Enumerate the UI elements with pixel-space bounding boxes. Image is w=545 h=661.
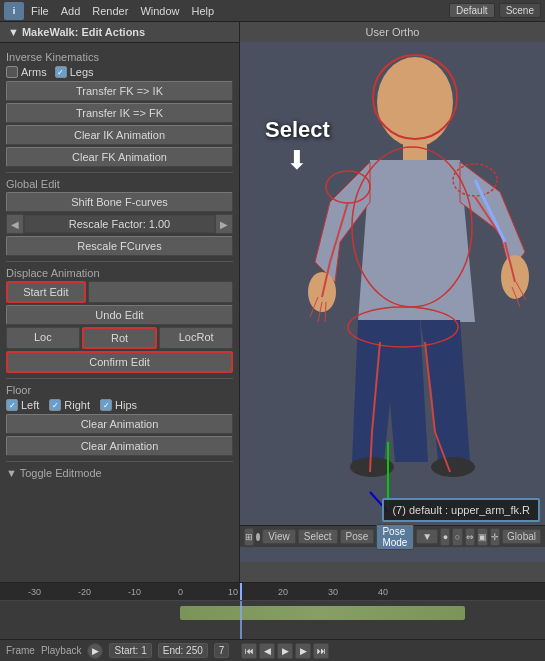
viewport-view-btn[interactable]: View <box>262 529 296 544</box>
displace-animation-label: Displace Animation <box>6 267 233 279</box>
viewport-toolbar: ⊞ View Select Pose Pose Mode ▼ ● ○ ⇔ ▣ ✛… <box>240 525 545 547</box>
timeline-tracks[interactable] <box>0 601 545 639</box>
prev-frame-btn[interactable]: ◀ <box>259 643 275 659</box>
viewport-manip-icon[interactable]: ✛ <box>490 528 500 546</box>
toggle-editmode-label: ▼ Toggle Editmode <box>6 467 233 479</box>
floor-label: Floor <box>6 384 233 396</box>
play-btn[interactable]: ▶ <box>277 643 293 659</box>
transfer-fk-ik-button[interactable]: Transfer FK => IK <box>6 81 233 101</box>
panel-title: ▼ MakeWalk: Edit Actions <box>8 26 145 38</box>
skip-end-btn[interactable]: ⏭ <box>313 643 329 659</box>
legs-label: Legs <box>70 66 94 78</box>
ruler-tick-40: 40 <box>378 587 388 597</box>
loc-rot-row: Loc Rot LocRot <box>6 327 233 349</box>
start-value[interactable]: Start: 1 <box>109 643 151 658</box>
skip-start-btn[interactable]: ⏮ <box>241 643 257 659</box>
viewport-icon[interactable]: ⊞ <box>244 528 254 546</box>
ruler-tick-10: 10 <box>228 587 238 597</box>
rescale-right-arrow[interactable]: ▶ <box>215 214 233 234</box>
select-instruction: Select ⬇ <box>265 117 330 176</box>
end-value[interactable]: End: 250 <box>158 643 208 658</box>
hips-checkbox[interactable] <box>100 399 112 411</box>
top-menubar: i File Add Render Window Help Default Sc… <box>0 0 545 22</box>
legs-checkbox[interactable] <box>55 66 67 78</box>
loc-button[interactable]: Loc <box>6 327 80 349</box>
right-checkbox-item: Right <box>49 399 90 411</box>
shift-bone-fcurves-button[interactable]: Shift Bone F-curves <box>6 192 233 212</box>
divider-4 <box>6 461 233 462</box>
global-edit-label: Global Edit <box>6 178 233 190</box>
frame-indicator <box>240 583 242 601</box>
divider-2 <box>6 261 233 262</box>
panel-content: Inverse Kinematics Arms Legs Transfer FK… <box>0 43 239 485</box>
rot-button[interactable]: Rot <box>82 327 158 349</box>
legs-checkbox-item: Legs <box>55 66 94 78</box>
menu-file[interactable]: File <box>26 3 54 19</box>
rescale-left-arrow[interactable]: ◀ <box>6 214 24 234</box>
clear-fk-animation-button[interactable]: Clear FK Animation <box>6 147 233 167</box>
floor-checkboxes: Left Right Hips <box>6 399 233 411</box>
global-label[interactable]: Global <box>502 529 541 544</box>
rescale-row: ◀ Rescale Factor: 1.00 ▶ <box>6 214 233 234</box>
ruler-tick-30: 30 <box>328 587 338 597</box>
viewport-select-btn[interactable]: Select <box>298 529 338 544</box>
current-frame-value[interactable]: 7 <box>214 643 230 658</box>
viewport-mode-arrow[interactable]: ▼ <box>416 529 438 544</box>
arms-checkbox-item: Arms <box>6 66 47 78</box>
menu-render[interactable]: Render <box>87 3 133 19</box>
frame-label: Frame <box>6 645 35 656</box>
viewport-wire-icon[interactable]: ○ <box>452 528 462 546</box>
menu-add[interactable]: Add <box>56 3 86 19</box>
viewport[interactable]: User Ortho <box>240 22 545 582</box>
select-arrow-icon: ⬇ <box>265 145 330 176</box>
ik-checkboxes: Arms Legs <box>6 66 233 78</box>
timeline-ruler: -30 -20 -10 0 10 20 30 40 <box>0 583 545 601</box>
left-label: Left <box>21 399 39 411</box>
arms-checkbox[interactable] <box>6 66 18 78</box>
select-text: Select <box>265 117 330 143</box>
divider-3 <box>6 378 233 379</box>
ruler-tick-20: 20 <box>278 587 288 597</box>
playback-icon-btn[interactable]: ▶ <box>87 643 103 659</box>
divider-1 <box>6 172 233 173</box>
viewport-dot-icon <box>256 533 260 541</box>
scene-label: Scene <box>499 3 541 18</box>
playback-label: Playback <box>41 645 82 656</box>
next-frame-btn[interactable]: ▶ <box>295 643 311 659</box>
ruler-tick-0: 0 <box>178 587 183 597</box>
undo-edit-button[interactable]: Undo Edit <box>6 305 233 325</box>
rescale-fcurves-button[interactable]: Rescale FCurves <box>6 236 233 256</box>
panel-header: ▼ MakeWalk: Edit Actions <box>0 22 239 43</box>
menu-window[interactable]: Window <box>135 3 184 19</box>
left-checkbox[interactable] <box>6 399 18 411</box>
blender-icon: i <box>4 2 24 20</box>
hips-label: Hips <box>115 399 137 411</box>
viewport-render-icon[interactable]: ▣ <box>477 528 488 546</box>
viewport-pose-btn[interactable]: Pose <box>340 529 375 544</box>
render-engine-selector[interactable]: Default <box>449 3 495 18</box>
menu-help[interactable]: Help <box>187 3 220 19</box>
viewport-sphere-icon[interactable]: ● <box>440 528 450 546</box>
right-checkbox[interactable] <box>49 399 61 411</box>
rescale-value: Rescale Factor: 1.00 <box>24 215 215 233</box>
inverse-kinematics-label: Inverse Kinematics <box>6 51 233 63</box>
viewport-mode-btn[interactable]: Pose Mode <box>376 524 414 550</box>
svg-point-4 <box>501 255 529 299</box>
locrot-button[interactable]: LocRot <box>159 327 233 349</box>
svg-point-3 <box>308 272 336 312</box>
confirm-edit-button[interactable]: Confirm Edit <box>6 351 233 373</box>
bone-tooltip: (7) default : upper_arm_fk.R <box>382 498 540 522</box>
svg-point-1 <box>377 57 453 147</box>
panel-scroll: Inverse Kinematics Arms Legs Transfer FK… <box>0 43 239 582</box>
ruler-tick-minus20: -20 <box>78 587 91 597</box>
ruler-tick-minus30: -30 <box>28 587 41 597</box>
clear-ik-animation-button[interactable]: Clear IK Animation <box>6 125 233 145</box>
timeline: -30 -20 -10 0 10 20 30 40 Frame Playback… <box>0 582 545 661</box>
main-area: ▼ MakeWalk: Edit Actions Inverse Kinemat… <box>0 22 545 582</box>
viewport-xray-icon[interactable]: ⇔ <box>465 528 475 546</box>
transfer-ik-fk-button[interactable]: Transfer IK => FK <box>6 103 233 123</box>
start-edit-button[interactable]: Start Edit <box>6 281 86 303</box>
play-controls: ⏮ ◀ ▶ ▶ ⏭ <box>241 643 329 659</box>
clear-animation-2-button[interactable]: Clear Animation <box>6 436 233 456</box>
clear-animation-1-button[interactable]: Clear Animation <box>6 414 233 434</box>
